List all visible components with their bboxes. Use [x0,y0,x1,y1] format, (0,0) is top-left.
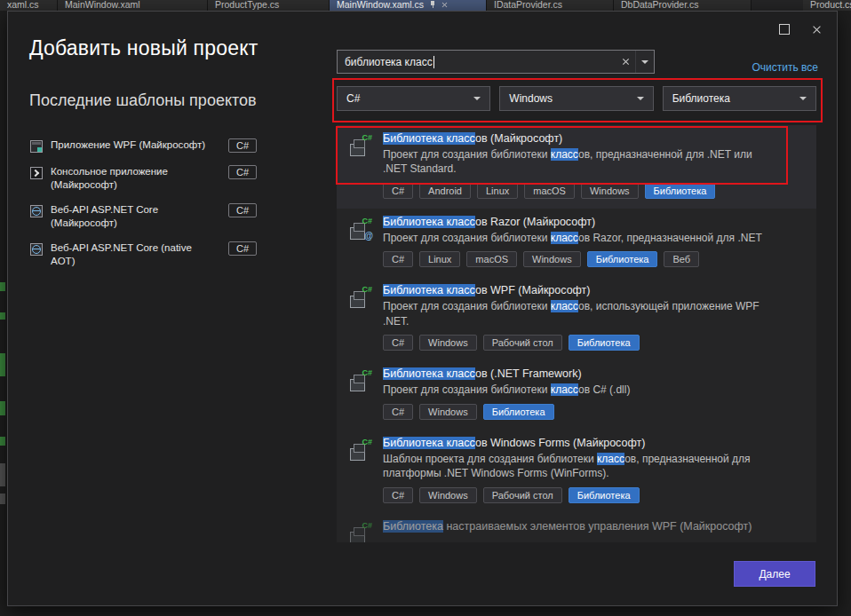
template-tags: C# Linux macOS Windows Библиотека Веб [383,251,762,267]
tag: macOS [466,251,517,267]
background-code-fragment [0,282,5,291]
template-result[interactable]: C# Библиотека классов WPF (Майкрософт) П… [337,277,816,360]
chevron-down-icon [641,60,648,64]
background-code-fragment [0,353,5,376]
text-cursor [433,56,434,68]
template-result[interactable]: C# Библиотека классов Windows Forms (Май… [337,430,816,513]
template-tags: C# Windows Рабочий стол Библиотека [383,335,767,351]
maximize-icon [779,24,790,35]
class-library-icon: C# [349,369,372,392]
editor-tab[interactable]: DbDataProvider.cs [614,0,752,11]
editor-tab-active[interactable]: MainWindow.xaml.cs [330,0,487,11]
recent-template-item[interactable]: Веб-API ASP.NET Core (Майкрософт) C# [29,203,257,230]
language-badge: C# [228,138,257,153]
template-results-list: C# Библиотека классов (Майкрософт) Проек… [337,125,816,542]
tag: Android [419,183,471,199]
template-description: Проект для создания библиотеки классов C… [383,383,630,397]
close-tab-icon[interactable] [441,1,448,7]
background-code-fragment [0,494,5,504]
tag: Библиотека [483,404,554,420]
background-code-fragment [0,463,5,486]
next-button[interactable]: Далее [734,561,815,587]
template-title: Библиотека классов Windows Forms (Майкро… [383,437,767,449]
template-title: Библиотека классов Razor (Майкрософт) [383,216,762,228]
chevron-down-icon [473,97,481,100]
editor-tab[interactable]: xaml.cs [0,0,58,11]
recent-templates-list: Приложение WPF (Майкрософт) C# Консольно… [29,138,257,268]
winforms-class-library-icon: C# [349,438,372,462]
editor-tab[interactable]: ProductType.cs [208,0,330,11]
close-button[interactable] [803,19,830,40]
recent-template-item[interactable]: Консольное приложение (Майкрософт) C# [29,165,257,192]
recent-template-label: Веб-API ASP.NET Core (native AOT) [51,241,207,268]
tag: Рабочий стол [483,335,562,351]
template-description: Проект для создания библиотеки классов, … [383,299,767,328]
template-tags: C# Windows Рабочий стол Библиотека [383,487,767,503]
tag: Windows [419,335,477,351]
background-code-fragment [0,401,5,415]
template-result[interactable]: C# Библиотека классов (.NET Framework) П… [337,360,816,429]
web-api-icon [29,204,44,218]
language-filter-value: C# [346,92,360,105]
filter-row: C# Windows Библиотека [337,86,816,111]
search-dropdown-button[interactable] [635,51,654,73]
wpf-class-library-icon: C# [349,286,372,309]
template-result[interactable]: C#@ Библиотека классов Razor (Майкрософт… [337,209,816,277]
platform-filter-dropdown[interactable]: Windows [499,86,653,111]
tag: Библиотека [645,183,716,199]
tag: Windows [523,251,581,267]
template-result[interactable]: C# Библиотека классов (Майкрософт) Проек… [337,125,816,209]
recent-template-item[interactable]: Приложение WPF (Майкрософт) C# [29,138,257,154]
recent-template-label: Консольное приложение (Майкрософт) [51,165,207,192]
template-description: Шаблон проекта для создания библиотеки к… [383,452,767,481]
tab-label: ProductType.cs [215,0,279,10]
editor-tab[interactable]: MainWindow.xaml [58,0,208,11]
tag: C# [383,335,413,351]
tab-label: MainWindow.xaml.cs [337,0,424,10]
background-code-fragment [0,312,5,320]
template-result[interactable]: C# Библиотека настраиваемых элементов уп… [337,513,816,543]
language-filter-dropdown[interactable]: C# [337,86,490,111]
template-description: Проект для создания библиотеки классов R… [383,231,762,245]
tag: Библиотека [569,335,640,351]
editor-tab[interactable]: IDataProvider.cs [487,0,614,11]
search-value: библиотека класс [338,56,433,68]
clear-search-button[interactable] [616,51,635,73]
recent-template-item[interactable]: Веб-API ASP.NET Core (native AOT) C# [29,241,257,268]
tag: Библиотека [569,487,640,503]
tag: C# [383,183,413,199]
editor-tab[interactable]: Product.cs [803,0,851,11]
maximize-button[interactable] [771,19,798,40]
tag: C# [383,487,413,503]
template-title: Библиотека классов (.NET Framework) [383,367,630,380]
template-title: Библиотека настраиваемых элементов управ… [383,520,752,533]
chevron-down-icon [799,97,807,100]
tag: Рабочий стол [483,487,562,503]
clear-all-link[interactable]: Очистить все [752,61,818,74]
pin-icon[interactable] [430,1,435,8]
tag: Linux [419,251,460,267]
language-badge: C# [228,241,257,256]
class-library-icon: C# [349,134,372,157]
language-badge: C# [228,165,257,179]
web-api-icon [29,242,44,257]
background-code-fragment [0,437,5,446]
tag: Windows [581,183,639,199]
add-new-project-dialog: Добавить новый проект библиотека класс О… [7,11,838,606]
razor-class-library-icon: C#@ [349,217,372,241]
tag: Windows [419,487,477,503]
chevron-down-icon [637,97,644,100]
project-type-filter-dropdown[interactable]: Библиотека [663,86,816,111]
wpf-app-icon [29,139,44,154]
project-type-filter-value: Библиотека [672,92,730,105]
template-title: Библиотека классов WPF (Майкрософт) [383,284,767,296]
tab-label: xaml.cs [7,0,39,10]
platform-filter-value: Windows [509,92,553,105]
tag: C# [383,251,413,267]
tag: Linux [477,183,518,199]
search-input[interactable]: библиотека класс [337,50,655,74]
tab-label: DbDataProvider.cs [621,0,699,10]
template-title: Библиотека классов (Майкрософт) [383,132,767,145]
tag: Библиотека [587,251,658,267]
clear-search-icon [622,58,630,66]
